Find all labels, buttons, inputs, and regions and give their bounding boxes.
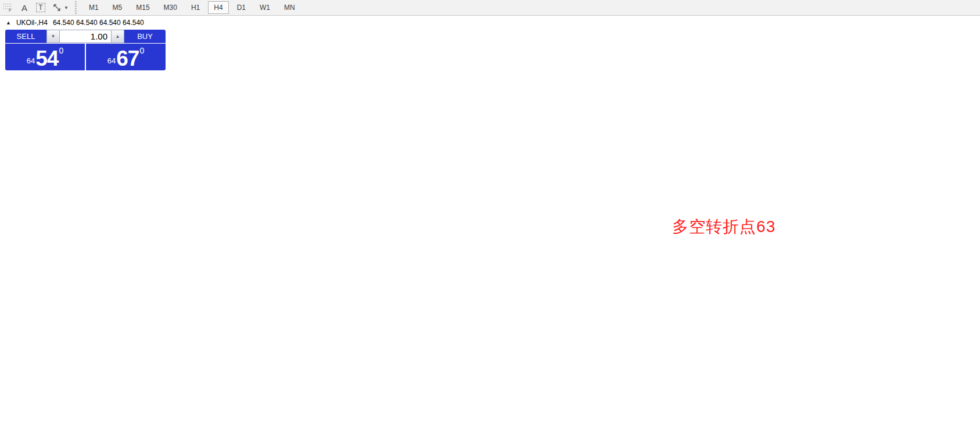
ohlc-readout: 64.540 64.540 64.540 64.540 bbox=[53, 19, 144, 27]
blue-line-price-tag: 61.084 bbox=[952, 197, 980, 205]
svg-text:61.084: 61.084 bbox=[954, 198, 974, 205]
volume-increase-button[interactable]: ▲ bbox=[111, 30, 124, 43]
timeframe-h4[interactable]: H4 bbox=[208, 1, 228, 14]
macd-signal-line bbox=[6, 313, 761, 338]
svg-text:62.120: 62.120 bbox=[954, 151, 974, 158]
ma-mid-magenta[interactable] bbox=[138, 135, 765, 306]
svg-text:31 Jan 09:00: 31 Jan 09:00 bbox=[429, 425, 466, 432]
svg-text:25 Jan 09:00: 25 Jan 09:00 bbox=[323, 425, 360, 432]
timeframe-h1[interactable]: H1 bbox=[185, 1, 206, 14]
svg-text:0.00: 0.00 bbox=[954, 331, 967, 338]
svg-text:60.240: 60.240 bbox=[954, 236, 974, 243]
volume-input[interactable] bbox=[60, 30, 111, 43]
sell-price-button[interactable]: 64540 bbox=[5, 44, 85, 70]
svg-text:64.000: 64.000 bbox=[954, 66, 974, 73]
svg-text:58.990: 58.990 bbox=[954, 292, 974, 299]
svg-text:60.870: 60.870 bbox=[954, 207, 974, 214]
rsi-label: RSI(14) 67.9303 bbox=[6, 349, 53, 356]
svg-text:59.610: 59.610 bbox=[954, 264, 974, 271]
rsi-line bbox=[6, 367, 761, 395]
symbol-title: UKOil-,H4 bbox=[16, 19, 48, 27]
buy-price-button[interactable]: 64670 bbox=[86, 44, 166, 70]
svg-text:0: 0 bbox=[954, 412, 958, 419]
svg-text:4 Feb 04:00: 4 Feb 04:00 bbox=[483, 425, 518, 432]
timeframe-m30[interactable]: M30 bbox=[158, 1, 183, 14]
toolbar: F A T ▼ M1M5M15M30H1H4D1W1MN bbox=[0, 0, 980, 16]
rsi-pane: RSI(14) 67.930310070300 bbox=[4, 345, 965, 419]
svg-text:29 Jan 09:00: 29 Jan 09:00 bbox=[376, 425, 413, 432]
sell-button[interactable]: SELL bbox=[5, 30, 46, 43]
toolbar-separator bbox=[74, 1, 78, 14]
horizontal-line-blue[interactable] bbox=[4, 199, 952, 203]
timeframe-w1[interactable]: W1 bbox=[254, 1, 276, 14]
svg-text:64.540: 64.540 bbox=[954, 42, 974, 49]
last-price-marker bbox=[756, 45, 762, 47]
timeframe-m15[interactable]: M15 bbox=[130, 1, 155, 14]
time-axis[interactable]: 9 Jan 201911 Jan 17:0015 Jan 13:0017 Jan… bbox=[23, 425, 731, 432]
svg-text:100: 100 bbox=[954, 345, 965, 352]
timeframe-mn[interactable]: MN bbox=[278, 1, 301, 14]
buy-price-big: 67 bbox=[116, 49, 139, 68]
volume-decrease-button[interactable]: ▼ bbox=[46, 30, 60, 43]
chart-text-annotation[interactable]: 多空转折点63 bbox=[672, 216, 776, 238]
svg-text:30: 30 bbox=[954, 395, 961, 402]
green-line-price-tag: 63.268 bbox=[952, 99, 980, 107]
svg-text:9 Jan 2019: 9 Jan 2019 bbox=[23, 425, 55, 432]
last-price-tag: 64.540 bbox=[952, 41, 980, 49]
chart-shift-icon[interactable] bbox=[757, 18, 765, 23]
svg-text:11 Jan 17:00: 11 Jan 17:00 bbox=[58, 425, 95, 432]
buy-price-sup: 0 bbox=[139, 46, 144, 55]
svg-text:63.268: 63.268 bbox=[954, 99, 974, 106]
text-icon[interactable]: A bbox=[17, 1, 31, 14]
buy-price-prefix: 64 bbox=[107, 56, 116, 65]
sell-price-big: 54 bbox=[35, 49, 58, 68]
mt4-terminal: F A T ▼ M1M5M15M30H1H4D1W1MN ▲ UKOil-,H4… bbox=[0, 0, 980, 435]
svg-text:23 Jan 09:00: 23 Jan 09:00 bbox=[270, 425, 307, 432]
fibonacci-icon[interactable]: F bbox=[1, 1, 15, 14]
macd-label: MACD(12,26,9) 0.6612 0.5509 bbox=[6, 312, 93, 319]
chevron-down-icon[interactable]: ▼ bbox=[64, 5, 69, 10]
timeframe-m5[interactable]: M5 bbox=[107, 1, 128, 14]
text-label-icon[interactable]: T bbox=[34, 1, 48, 14]
svg-text:17 Jan 13:00: 17 Jan 13:00 bbox=[164, 425, 201, 432]
svg-text:F: F bbox=[9, 8, 12, 12]
horizontal-line-green[interactable] bbox=[4, 101, 952, 105]
svg-text:14 Feb 01:00: 14 Feb 01:00 bbox=[694, 425, 731, 432]
chart-header: ▲ UKOil-,H4 64.540 64.540 64.540 64.540 bbox=[6, 19, 144, 27]
price-gridlines: 64.62064.00063.37062.74062.12061.49060.8… bbox=[4, 38, 974, 299]
macd-pane: MACD(12,26,9) 0.6612 0.55091.36830.00-0.… bbox=[5, 311, 976, 344]
svg-text:63.370: 63.370 bbox=[954, 95, 974, 102]
timeframe-d1[interactable]: D1 bbox=[231, 1, 252, 14]
ma-fast-orange[interactable] bbox=[15, 95, 765, 295]
svg-text:62.740: 62.740 bbox=[954, 123, 974, 130]
svg-text:70: 70 bbox=[954, 366, 961, 373]
svg-text:15 Jan 13:00: 15 Jan 13:00 bbox=[111, 425, 148, 432]
svg-text:6 Feb 05:00: 6 Feb 05:00 bbox=[536, 425, 570, 432]
arrows-objects-icon[interactable] bbox=[50, 1, 64, 14]
collapse-trade-panel-icon[interactable]: ▲ bbox=[6, 20, 11, 26]
svg-text:8 Feb 05:00: 8 Feb 05:00 bbox=[589, 425, 623, 432]
sell-price-sup: 0 bbox=[59, 46, 63, 55]
svg-text:61.490: 61.490 bbox=[954, 179, 974, 186]
buy-button[interactable]: BUY bbox=[124, 30, 166, 43]
svg-text:-0.4332: -0.4332 bbox=[954, 337, 976, 344]
one-click-trading-panel: SELL ▼ ▲ BUY 64540 64670 bbox=[5, 30, 166, 70]
timeframe-m1[interactable]: M1 bbox=[83, 1, 105, 14]
sell-price-prefix: 64 bbox=[27, 56, 35, 65]
svg-text:1.3683: 1.3683 bbox=[954, 311, 974, 318]
candles bbox=[5, 40, 763, 297]
svg-text:21 Jan 08:00: 21 Jan 08:00 bbox=[217, 425, 254, 432]
svg-text:12 Feb 01:00: 12 Feb 01:00 bbox=[640, 425, 678, 432]
svg-text:64.620: 64.620 bbox=[954, 38, 974, 45]
